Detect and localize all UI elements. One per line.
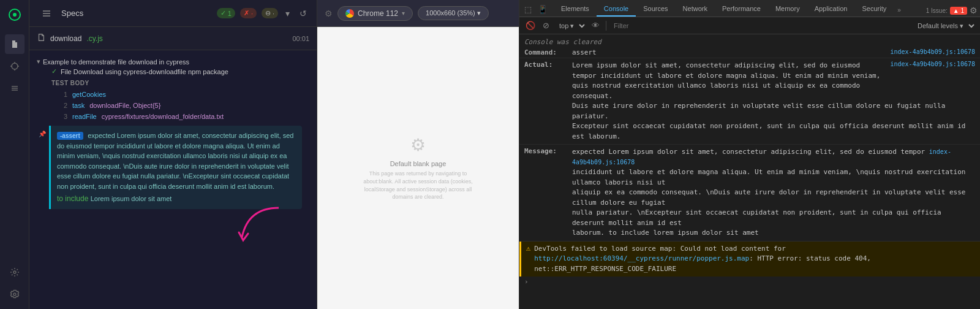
tab-elements[interactable]: Elements [554, 2, 597, 17]
test-suite: ▾ Example to demonstrate file download i… [29, 55, 317, 246]
devtools-inspect-icon[interactable]: ⬚ [522, 4, 534, 17]
blank-page-title: Default blank page [363, 160, 473, 167]
eye-icon[interactable]: 👁 [589, 20, 602, 31]
clear-console-icon[interactable]: 🚫 [523, 20, 538, 31]
sidebar-item-crosshair[interactable] [5, 56, 24, 76]
levels-select[interactable]: Default levels ▾ [913, 21, 976, 30]
suite-toggle[interactable]: ▾ Example to demonstrate file download i… [37, 58, 309, 66]
toolbar-separator [606, 21, 606, 31]
tab-security[interactable]: Security [854, 2, 894, 17]
tab-memory[interactable]: Memory [768, 2, 807, 17]
pin-icon: 📌 [39, 131, 46, 137]
console-cleared-entry: Console was cleared [519, 37, 980, 47]
step-cmd-2: task [72, 102, 85, 109]
log-actual-entry: Actual: Lorem ipsum dolor sit amet, cons… [519, 58, 980, 145]
step-arg-2: downloadFile, Object{5} [89, 102, 160, 109]
log-actual-source[interactable]: index-4a9b4b09.js:10678 [891, 61, 975, 101]
step-3[interactable]: 3 readFile cypress/fixtures/download_fol… [59, 111, 302, 122]
browser-content: ⚙ Default blank page This page was retur… [317, 27, 519, 309]
chrome-icon [345, 9, 354, 18]
log-message-label: Message: [524, 147, 567, 238]
assert-suffix: Lorem ipsum dolor sit amet [91, 195, 172, 202]
test-check-icon: ✓ [51, 67, 57, 75]
stop-icon[interactable]: ⊘ [540, 20, 552, 31]
pending-badge: ⊖ · [262, 8, 278, 18]
sidebar-item-file[interactable] [5, 34, 24, 54]
assert-badge: -assert [57, 132, 83, 140]
test-body-label: TEST BODY [37, 77, 309, 89]
step-cmd-1: getCookies [72, 91, 106, 98]
log-warn-entry: ⚠ DevTools failed to load source map: Co… [519, 242, 980, 277]
resolution-selector[interactable]: 1000x660 (35%) ▾ [418, 6, 489, 20]
log-command-source[interactable]: index-4a9b4b09.js:10678 [891, 48, 975, 55]
blank-page-icon: ⚙ [363, 135, 473, 155]
log-actual-cont: Duis aute irure dolor in reprehenderit i… [572, 102, 965, 140]
console-log: Console was cleared Command: assert inde… [519, 34, 980, 309]
sidebar-item-gear[interactable] [5, 284, 24, 304]
log-command-value: assert [572, 48, 886, 56]
resolution-value: 1000x660 (35%) [426, 9, 475, 17]
suite-label: Example to demonstrate file download in … [43, 58, 189, 66]
svg-point-1 [13, 13, 17, 17]
browser-selector[interactable]: Chrome 112 ▾ [337, 6, 413, 21]
assert-expected: expected Lorem ipsum dolor sit amet, con… [57, 132, 293, 190]
warn-link[interactable]: http://localhost:60394/__cypress/runner/… [534, 254, 749, 262]
settings-nav-icon[interactable]: ⚙ [325, 9, 333, 18]
file-ext: .cy.js [86, 34, 102, 43]
log-actual-value: Lorem ipsum dolor sit amet, consectetur … [572, 61, 886, 101]
log-message-row: Message: expected Lorem ipsum dolor sit … [524, 147, 975, 238]
step-cmd-3: readFile [72, 113, 97, 120]
suite-arrow-icon: ▾ [37, 58, 40, 66]
file-bar: download .cy.js 00:01 [29, 27, 317, 50]
svg-point-11 [13, 293, 16, 296]
log-caret[interactable]: › [519, 277, 980, 287]
step-2[interactable]: 2 task downloadFile, Object{5} [59, 100, 302, 111]
assert-block: 📌 -assert expected Lorem ipsum dolor sit… [49, 126, 302, 209]
log-actual-label: Actual: [524, 61, 567, 101]
pink-arrow-icon [236, 207, 285, 243]
fail-badge: ✗ · [240, 8, 257, 18]
step-arg-3: cypress/fixtures/download_folder/data.tx… [102, 113, 224, 120]
browser-toolbar: ⚙ Chrome 112 ▾ 1000x660 (35%) ▾ [317, 0, 519, 27]
test-item[interactable]: ✓ File Download using cypress-downloadfi… [37, 66, 309, 77]
log-actual-row: Actual: Lorem ipsum dolor sit amet, cons… [524, 61, 975, 101]
warn-icon: ⚠ [526, 244, 530, 253]
toolbar-right: Default levels ▾ [913, 21, 976, 30]
cypress-logo-icon[interactable] [5, 5, 24, 25]
tab-more-icon[interactable]: » [894, 4, 905, 17]
console-cleared-text: Console was cleared [524, 38, 601, 46]
log-message-link[interactable]: index-4a9b4b09.js:10678 [572, 148, 951, 166]
sidebar-item-list[interactable] [5, 78, 24, 98]
log-command-label: Command: [524, 48, 567, 56]
svg-point-2 [12, 63, 18, 69]
hamburger-icon[interactable] [37, 4, 56, 23]
issue-label: 1 Issue: [926, 7, 948, 14]
svg-point-10 [13, 271, 16, 273]
tab-sources[interactable]: Sources [636, 2, 675, 17]
devtools-badges: 1 Issue: ▲ 1 ⚙ [926, 6, 978, 17]
tab-application[interactable]: Application [807, 2, 855, 17]
file-icon [37, 33, 45, 44]
devtools-toolbar: 🚫 ⊘ top ▾ 👁 Default levels ▾ [519, 17, 980, 34]
resolution-chevron-icon: ▾ [477, 9, 481, 17]
sidebar-item-settings[interactable] [5, 262, 24, 282]
issue-badge: ▲ 1 [950, 7, 967, 15]
assert-include-text: to include [57, 194, 88, 203]
devtools-settings-icon[interactable]: ⚙ [970, 6, 978, 15]
test-steps: 1 getCookies 2 task downloadFile, Object… [37, 89, 309, 122]
file-name: download [50, 34, 81, 43]
reload-button[interactable]: ↺ [297, 7, 309, 20]
step-num-1: 1 [59, 91, 67, 98]
log-message-value: expected Lorem ipsum dolor sit amet, con… [572, 147, 975, 238]
step-1[interactable]: 1 getCookies [59, 89, 302, 100]
expand-button[interactable]: ▾ [283, 7, 292, 20]
tab-performance[interactable]: Performance [715, 2, 768, 17]
tab-network[interactable]: Network [676, 2, 715, 17]
blank-page-text: This page was returned by navigating to … [363, 170, 473, 200]
test-label: File Download using cypress-downloadfile… [61, 68, 228, 75]
step-num-3: 3 [59, 113, 67, 120]
context-select[interactable]: top ▾ [554, 21, 587, 30]
devtools-device-icon[interactable]: 📱 [535, 4, 550, 17]
tab-console[interactable]: Console [597, 2, 636, 17]
filter-input[interactable] [610, 21, 910, 31]
